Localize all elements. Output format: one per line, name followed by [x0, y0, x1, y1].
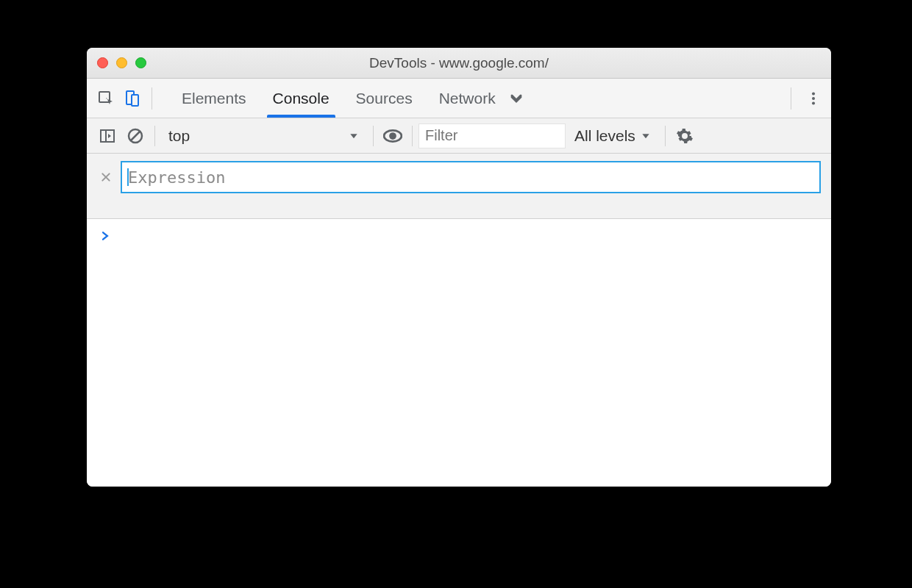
chevron-down-icon — [640, 130, 652, 142]
inspect-element-icon[interactable] — [93, 85, 119, 112]
clear-console-icon[interactable] — [122, 123, 149, 149]
devtools-window: DevTools - www.google.com/ Elements Cons… — [87, 48, 831, 487]
console-body[interactable] — [87, 219, 831, 487]
tab-label: Elements — [182, 90, 246, 107]
console-prompt[interactable] — [97, 229, 821, 243]
main-toolbar: Elements Console Sources Network — [87, 79, 831, 118]
text-cursor — [127, 168, 129, 186]
live-expression-icon[interactable] — [380, 123, 406, 149]
separator — [412, 126, 413, 146]
separator — [152, 87, 152, 110]
svg-line-9 — [131, 132, 140, 140]
window-titlebar: DevTools - www.google.com/ — [87, 48, 831, 79]
device-toolbar-icon[interactable] — [119, 85, 146, 112]
expression-input-wrap[interactable] — [121, 161, 821, 193]
tab-label: Console — [273, 90, 329, 107]
tab-label: Sources — [356, 90, 413, 107]
execution-context-select[interactable]: top — [161, 123, 367, 149]
log-levels-select[interactable]: All levels — [567, 127, 659, 145]
svg-point-5 — [812, 101, 815, 104]
expression-input[interactable] — [127, 168, 815, 187]
toggle-sidebar-icon[interactable] — [94, 123, 121, 149]
close-window-button[interactable] — [97, 57, 108, 68]
console-toolbar: top All levels — [87, 118, 831, 154]
separator — [154, 126, 155, 146]
context-label: top — [168, 127, 190, 145]
window-controls — [97, 48, 146, 78]
separator — [791, 87, 791, 110]
svg-rect-6 — [101, 130, 114, 142]
tab-elements[interactable]: Elements — [180, 79, 248, 118]
separator — [373, 126, 374, 146]
zoom-window-button[interactable] — [135, 57, 146, 68]
tab-sources[interactable]: Sources — [355, 79, 414, 118]
console-settings-icon[interactable] — [671, 123, 698, 149]
svg-point-3 — [812, 92, 815, 95]
window-title: DevTools - www.google.com/ — [87, 55, 831, 71]
tab-label: Network — [439, 90, 496, 107]
tab-network[interactable]: Network — [438, 79, 497, 118]
levels-label: All levels — [574, 127, 635, 145]
separator — [665, 126, 666, 146]
live-expression-bar — [87, 154, 831, 219]
close-icon[interactable] — [97, 168, 115, 186]
tab-console[interactable]: Console — [271, 79, 331, 118]
minimize-window-button[interactable] — [116, 57, 127, 68]
svg-point-4 — [812, 96, 815, 99]
svg-point-11 — [389, 132, 396, 140]
filter-input[interactable] — [418, 123, 566, 148]
more-tabs-icon[interactable] — [503, 85, 530, 112]
kebab-menu-icon[interactable] — [800, 85, 827, 112]
chevron-down-icon — [348, 130, 360, 142]
svg-rect-2 — [132, 95, 138, 106]
panel-tabs: Elements Console Sources Network — [180, 79, 497, 118]
